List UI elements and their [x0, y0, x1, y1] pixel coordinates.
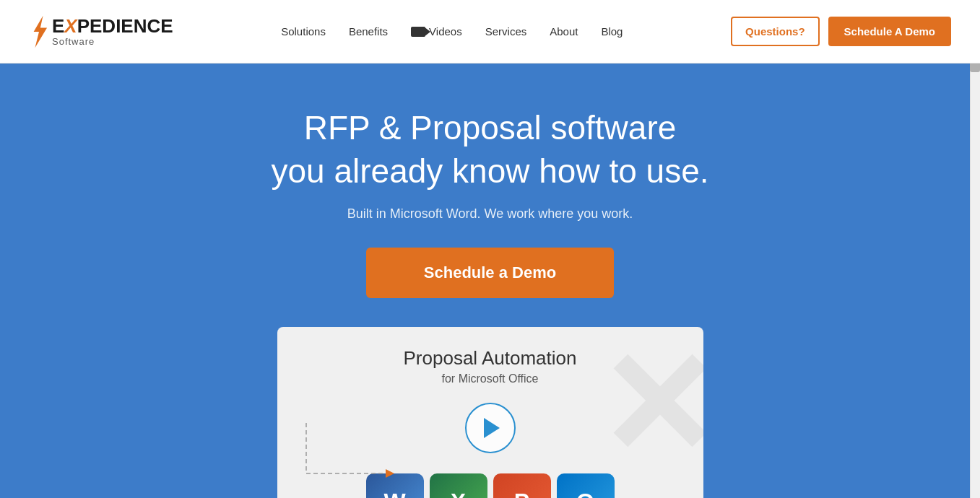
- nav-benefits[interactable]: Benefits: [349, 25, 388, 38]
- hero-section: RFP & Proposal software you already know…: [0, 64, 980, 498]
- video-card-subtitle: for Microsoft Office: [442, 372, 539, 385]
- nav-blog[interactable]: Blog: [601, 25, 623, 38]
- nav-services[interactable]: Services: [485, 25, 527, 38]
- hero-title: RFP & Proposal software you already know…: [271, 107, 708, 193]
- schedule-demo-hero-button[interactable]: Schedule a Demo: [366, 248, 614, 298]
- nav-solutions[interactable]: Solutions: [281, 25, 326, 38]
- ms-outlook-icon: O: [557, 473, 615, 498]
- logo-sub: Software: [52, 36, 173, 47]
- nav-videos[interactable]: Videos: [411, 25, 462, 38]
- nav-actions: Questions? Schedule A Demo: [731, 17, 951, 46]
- questions-button[interactable]: Questions?: [731, 17, 820, 46]
- nav-links: Solutions Benefits Videos Services About…: [281, 25, 623, 38]
- bolt-icon: [29, 14, 49, 49]
- svg-marker-1: [386, 469, 394, 478]
- logo-name: EXPEDIENCE: [52, 16, 173, 37]
- navbar: EXPEDIENCE Software Solutions Benefits V…: [0, 0, 980, 64]
- card-watermark: ✕: [597, 334, 703, 479]
- play-triangle-icon: [484, 418, 500, 438]
- video-card: ✕ Proposal Automation for Microsoft Offi…: [277, 327, 703, 498]
- play-button[interactable]: [465, 403, 516, 453]
- scrollbar[interactable]: [970, 0, 980, 498]
- nav-about[interactable]: About: [550, 25, 578, 38]
- video-card-title: Proposal Automation: [404, 347, 577, 370]
- schedule-demo-nav-button[interactable]: Schedule A Demo: [828, 17, 951, 46]
- ms-excel-icon: X: [430, 473, 487, 498]
- svg-marker-0: [34, 15, 47, 47]
- logo[interactable]: EXPEDIENCE Software: [29, 14, 173, 49]
- hero-subtitle: Built in Microsoft Word. We work where y…: [347, 206, 633, 222]
- video-camera-icon: [411, 27, 425, 37]
- ms-powerpoint-icon: P: [493, 473, 551, 498]
- dashed-arrow-path: [299, 416, 429, 488]
